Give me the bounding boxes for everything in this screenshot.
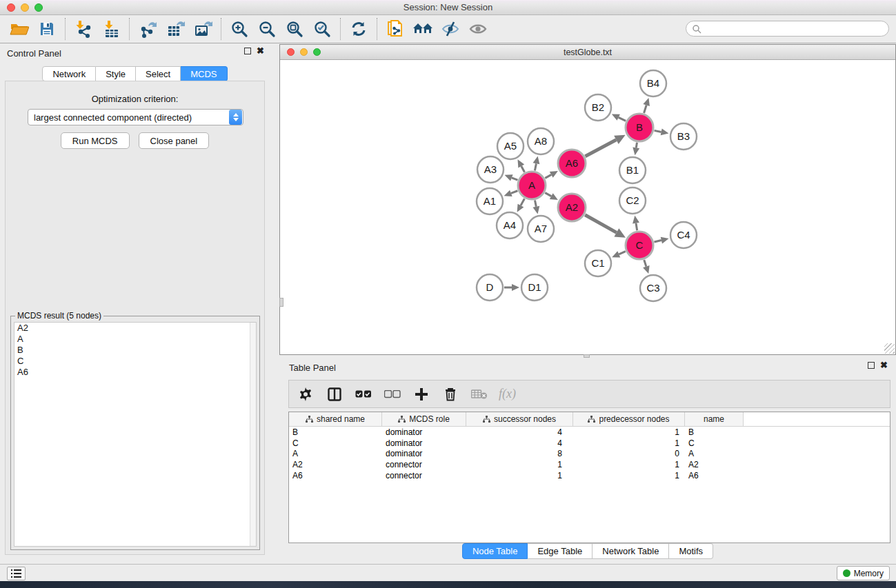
cell-successor-nodes[interactable]: 1 (466, 459, 573, 470)
tab-select[interactable]: Select (136, 66, 181, 81)
edge-A-A6[interactable] (545, 174, 551, 178)
node-B2[interactable]: B2 (585, 94, 611, 121)
cell-shared-name[interactable]: B (289, 427, 382, 438)
node-A3[interactable]: A3 (477, 156, 504, 183)
edge-A-A5[interactable] (521, 166, 525, 172)
edge-B-B4[interactable] (644, 105, 647, 113)
table-tab-motifs[interactable]: Motifs (669, 543, 713, 559)
mcds-result-item[interactable]: A (14, 334, 256, 345)
search-input[interactable] (701, 24, 888, 34)
cell-successor-nodes[interactable]: 8 (466, 449, 573, 460)
network-canvas[interactable]: B4B2BB3A8A5A6A3B1AC2A1A2A4A7C4CC1DD1C3 (280, 60, 895, 354)
cell-name[interactable]: B (685, 427, 744, 438)
cell-successor-nodes[interactable]: 4 (466, 438, 573, 449)
node-A8[interactable]: A8 (528, 128, 554, 154)
mcds-result-item[interactable]: B (14, 345, 256, 356)
cell-shared-name[interactable]: A2 (289, 459, 382, 470)
export-network-button[interactable] (134, 17, 161, 41)
node-C[interactable]: C (626, 232, 653, 259)
vertical-scrollbar-nub[interactable] (279, 298, 283, 307)
node-D[interactable]: D (477, 274, 503, 301)
cell-shared-name[interactable]: C (289, 438, 382, 449)
cell-successor-nodes[interactable]: 4 (466, 427, 573, 438)
mcds-result-item[interactable]: A6 (14, 367, 256, 378)
edge-B-B3[interactable] (655, 130, 661, 132)
column-header-MCDS-role[interactable]: MCDS role (382, 412, 466, 426)
mcds-result-item[interactable]: A2 (14, 323, 256, 334)
hide-graphics-details-button[interactable] (437, 17, 464, 41)
home-button[interactable] (409, 17, 437, 41)
mcds-list-scrollbar[interactable] (250, 323, 256, 546)
column-header-shared-name[interactable]: shared name (289, 412, 382, 426)
export-table-button[interactable] (161, 17, 189, 41)
table-row[interactable]: A2connector11A2 (289, 459, 890, 470)
float-table-panel-icon[interactable] (868, 362, 875, 369)
column-header-predecessor-nodes[interactable]: predecessor nodes (573, 412, 685, 426)
cell-MCDS-role[interactable]: dominator (382, 438, 466, 449)
node-B1[interactable]: B1 (619, 157, 646, 183)
edge-A-A2[interactable] (545, 193, 551, 196)
node-C2[interactable]: C2 (619, 187, 646, 214)
search-field[interactable] (686, 21, 889, 37)
close-panel-icon[interactable]: ✖ (257, 48, 264, 54)
close-table-panel-icon[interactable]: ✖ (880, 362, 888, 369)
add-column-button[interactable] (412, 384, 431, 405)
cell-shared-name[interactable]: A (289, 449, 382, 460)
edge-A-A1[interactable] (511, 191, 518, 194)
node-C3[interactable]: C3 (640, 275, 666, 301)
edge-C-C4[interactable] (654, 241, 661, 242)
table-tab-edge-table[interactable]: Edge Table (528, 543, 593, 559)
node-A4[interactable]: A4 (497, 212, 523, 239)
cell-predecessor-nodes[interactable]: 1 (573, 438, 685, 449)
network-graph[interactable]: B4B2BB3A8A5A6A3B1AC2A1A2A4A7C4CC1DD1C3 (280, 60, 895, 354)
node-A[interactable]: A (518, 172, 546, 199)
open-file-button[interactable] (6, 17, 33, 41)
delete-table-button[interactable] (470, 384, 489, 405)
delete-column-button[interactable] (441, 384, 460, 405)
cell-predecessor-nodes[interactable]: 1 (573, 470, 685, 481)
refresh-view-button[interactable] (345, 17, 372, 41)
table-row[interactable]: Cdominator41C (289, 438, 890, 449)
node-D1[interactable]: D1 (521, 274, 548, 301)
edge-A-A4[interactable] (521, 199, 524, 205)
deselect-all-checkboxes-button[interactable] (383, 384, 402, 405)
close-panel-button[interactable]: Close panel (139, 132, 210, 149)
node-B3[interactable]: B3 (670, 123, 697, 150)
run-mcds-button[interactable]: Run MCDS (61, 132, 130, 149)
mcds-result-list[interactable]: A2ABCA6 (14, 322, 257, 547)
cell-predecessor-nodes[interactable]: 1 (573, 427, 685, 438)
edge-A-A8[interactable] (535, 163, 536, 170)
table-row[interactable]: A6connector11A6 (289, 470, 890, 481)
edge-C-C1[interactable] (619, 252, 626, 254)
table-options-gear-button[interactable] (296, 384, 315, 405)
float-panel-icon[interactable] (244, 48, 251, 54)
cell-successor-nodes[interactable]: 1 (466, 470, 573, 481)
zoom-in-button[interactable] (226, 17, 253, 41)
network-window-title-bar[interactable]: testGlobe.txt (280, 45, 895, 60)
table-row[interactable]: Bdominator41B (289, 427, 890, 438)
table-tab-node-table[interactable]: Node Table (462, 543, 528, 559)
cell-MCDS-role[interactable]: dominator (382, 427, 466, 438)
cell-name[interactable]: A2 (685, 459, 744, 470)
column-header-name[interactable]: name (685, 412, 744, 426)
node-A5[interactable]: A5 (497, 133, 524, 159)
cell-MCDS-role[interactable]: connector (382, 470, 466, 481)
cell-MCDS-role[interactable]: connector (382, 459, 466, 470)
table-row[interactable]: Adominator80A (289, 449, 890, 460)
import-table-button[interactable] (97, 17, 125, 41)
zoom-out-button[interactable] (253, 17, 281, 41)
edge-C-C3[interactable] (644, 260, 646, 267)
zoom-selected-button[interactable] (308, 17, 336, 41)
show-graphics-details-button[interactable] (464, 17, 492, 41)
show-columns-button[interactable] (325, 384, 344, 405)
cell-name[interactable]: C (685, 438, 744, 449)
cell-MCDS-role[interactable]: dominator (382, 449, 466, 460)
export-image-button[interactable] (189, 17, 217, 41)
mcds-result-item[interactable]: C (14, 356, 256, 367)
node-table[interactable]: shared nameMCDS rolesuccessor nodesprede… (288, 412, 890, 543)
new-network-from-selection-button[interactable] (381, 17, 409, 41)
edge-A2-C[interactable] (585, 215, 617, 233)
node-A7[interactable]: A7 (528, 216, 554, 242)
tab-mcds[interactable]: MCDS (181, 66, 227, 81)
save-session-button[interactable] (33, 17, 61, 41)
